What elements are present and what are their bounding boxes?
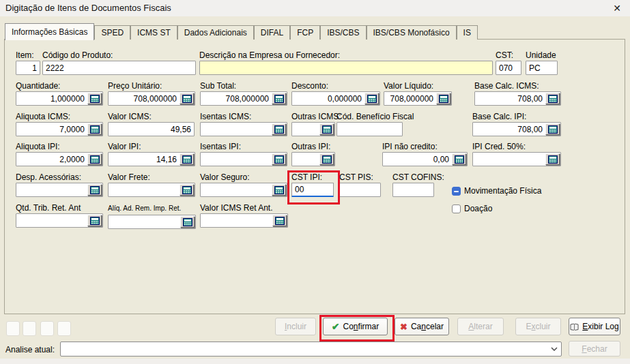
field-aliquota-icms: Aliquota ICMS: [16, 112, 103, 136]
calculator-icon[interactable] [272, 123, 286, 135]
calculator-icon[interactable] [319, 153, 334, 165]
tab-difal[interactable]: DIFAL [254, 25, 290, 40]
quantidade-label: Quantidade: [16, 81, 103, 90]
isentas-icms-input[interactable] [201, 123, 272, 136]
valor-seguro-input[interactable] [201, 183, 272, 196]
field-outras-icms: Outras ICMS: [291, 112, 335, 136]
tab-ibs-cbs[interactable]: IBS/CBS [320, 25, 366, 40]
base-calc-icms-input[interactable] [475, 92, 545, 105]
movimentacao-fisica-label: Movimentação Física [464, 186, 541, 196]
outras-icms-input[interactable] [292, 123, 319, 136]
calculator-icon[interactable] [364, 93, 379, 104]
cst-pis-input[interactable] [340, 183, 380, 196]
calculator-icon[interactable] [180, 153, 194, 165]
checkbox-checked-icon[interactable] [452, 187, 461, 196]
fechar-button[interactable]: Fechar [569, 341, 620, 357]
valor-icms-ret-ant-input[interactable] [201, 214, 272, 227]
calculator-icon[interactable] [87, 184, 102, 196]
toolbar-square-button-2[interactable] [23, 321, 36, 336]
isentas-ipi-input[interactable] [201, 153, 272, 166]
item-label: Item: [16, 50, 40, 59]
tab-ibs-cbs-monofasico[interactable]: IBS/CBS Monofásico [367, 25, 457, 40]
item-input[interactable] [16, 61, 40, 74]
codigo-produto-input[interactable] [43, 61, 195, 74]
unidade-input[interactable] [526, 61, 557, 74]
desp-acessorias-input[interactable] [16, 183, 87, 196]
cst-cofins-input[interactable] [393, 183, 433, 196]
calculator-icon[interactable] [180, 216, 195, 228]
calculator-icon[interactable] [545, 123, 560, 135]
toolbar-square-button-1[interactable] [6, 321, 20, 336]
tab-is[interactable]: IS [457, 25, 478, 40]
incluir-button[interactable]: Incluir [275, 318, 316, 335]
outras-ipi-label: Outras IPI: [291, 142, 335, 151]
desconto-input[interactable] [292, 92, 364, 105]
calculator-icon[interactable] [87, 153, 102, 165]
calculator-icon[interactable] [545, 153, 560, 165]
valor-ipi-input[interactable] [109, 153, 180, 166]
aliquota-icms-input[interactable] [16, 123, 87, 136]
calculator-icon[interactable] [87, 93, 102, 104]
chevron-down-icon[interactable] [547, 347, 561, 351]
field-preco-unitario: Preço Unitário: [108, 81, 195, 106]
incluir-label: Incluir [285, 322, 306, 331]
cancelar-button[interactable]: ✖ Cancelar [395, 318, 449, 335]
confirmar-button[interactable]: ✔ Confirmar [323, 318, 388, 335]
cod-beneficio-fiscal-input[interactable] [337, 123, 402, 136]
sub-total-input[interactable] [201, 92, 272, 105]
cod-beneficio-fiscal-label: Cód. Benefício Fiscal [337, 112, 403, 121]
toolbar-square-button-3[interactable] [40, 321, 54, 336]
outras-icms-label: Outras ICMS: [291, 112, 335, 121]
calculator-icon[interactable] [180, 184, 194, 196]
quantidade-input[interactable] [16, 92, 87, 105]
outras-ipi-input[interactable] [292, 153, 319, 166]
ipi-nao-credito-input[interactable] [383, 153, 452, 166]
base-calc-ipi-label: Base Calc. IPI: [472, 112, 561, 121]
checkbox-unchecked-icon[interactable] [452, 204, 461, 213]
descricao-input[interactable] [200, 61, 492, 74]
cst-ipi-label: CST IPI: [291, 172, 334, 181]
toolbar-square-button-4[interactable] [57, 321, 71, 336]
tab-fcp[interactable]: FCP [290, 25, 320, 40]
tab-icms-st[interactable]: ICMS ST [130, 25, 177, 40]
analise-atual-input[interactable] [61, 344, 547, 354]
qtd-trib-ret-ant-input[interactable] [16, 214, 87, 227]
calculator-icon[interactable] [436, 93, 450, 104]
calculator-icon[interactable] [272, 215, 287, 226]
aliq-ad-rem-imp-ret-input[interactable] [109, 215, 180, 228]
base-calc-ipi-input[interactable] [473, 123, 545, 136]
ipi-cred-50-input[interactable] [473, 153, 545, 166]
calculator-icon[interactable] [272, 93, 286, 104]
field-sub-total: Sub Total: [200, 81, 287, 106]
checkbox-movimentacao-fisica[interactable]: Movimentação Física [452, 186, 541, 196]
field-outras-ipi: Outras IPI: [291, 142, 335, 166]
aliquota-icms-label: Aliquota ICMS: [16, 112, 103, 121]
calculator-icon[interactable] [452, 153, 466, 165]
calculator-icon[interactable] [87, 123, 102, 135]
valor-icms-input[interactable] [109, 123, 194, 136]
tab-informacoes-basicas[interactable]: Informações Básicas [5, 23, 94, 40]
analise-atual-label: Analise atual: [5, 345, 55, 354]
calculator-icon[interactable] [545, 93, 560, 104]
preco-unitario-input[interactable] [109, 92, 180, 105]
tab-dados-adicionais[interactable]: Dados Adicionais [177, 25, 254, 40]
valor-frete-input[interactable] [109, 183, 180, 196]
tab-sped[interactable]: SPED [94, 25, 130, 40]
calculator-icon[interactable] [272, 153, 286, 165]
exibir-log-button[interactable]: Exibir Log [569, 318, 620, 335]
close-icon[interactable]: ✕ [611, 2, 623, 14]
cst-ipi-input[interactable] [292, 183, 333, 196]
excluir-button[interactable]: Excluir [515, 318, 561, 335]
calculator-icon[interactable] [87, 215, 102, 226]
analise-atual-combobox[interactable] [60, 342, 562, 357]
aliquota-ipi-input[interactable] [16, 153, 87, 166]
alterar-button[interactable]: Alterar [457, 318, 504, 335]
checkbox-doacao[interactable]: Doação [452, 204, 492, 213]
valor-icms-ret-ant-label: Valor ICMS Ret Ant. [200, 203, 288, 212]
calculator-icon[interactable] [180, 93, 194, 104]
cst-input[interactable] [496, 61, 521, 74]
calculator-icon[interactable] [319, 123, 334, 135]
valor-liquido-input[interactable] [384, 92, 436, 105]
field-cod-beneficio-fiscal: Cód. Benefício Fiscal [337, 112, 403, 136]
calculator-icon[interactable] [272, 184, 286, 196]
